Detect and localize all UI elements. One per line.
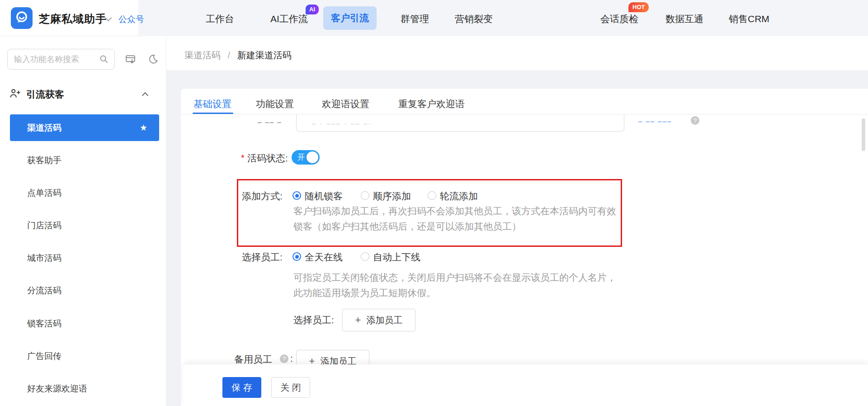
official-account-link[interactable]: 公众号 [118, 14, 144, 25]
hot-badge: HOT [628, 2, 649, 12]
tab-basic-settings[interactable]: 基础设置 [193, 98, 231, 110]
sidebar-item-channel-code[interactable]: 渠道活码 ★ [10, 114, 159, 141]
breadcrumb-current: 新建渠道活码 [237, 50, 292, 60]
save-button[interactable]: 保 存 [222, 377, 261, 398]
staff-mode-desc-line1: 可指定员工关闭轮值状态，关闭后用户扫码将不会在显示该员工的个人名片， [293, 271, 616, 284]
radio-sequential-add[interactable] [361, 191, 369, 200]
nav-item-ai-workflow[interactable]: AI工作流 [270, 13, 308, 25]
nav-item-data-exchange[interactable]: 数据互通 [665, 13, 703, 25]
staff-mode-label: 选择员工: [242, 251, 283, 264]
ai-badge: AI [306, 5, 319, 14]
chevron-up-icon [142, 92, 148, 99]
radio-always-online[interactable] [292, 252, 301, 261]
sidebar-item-friend-source-welcome[interactable]: 好友来源欢迎语 [10, 380, 159, 398]
app-logo [11, 7, 33, 29]
add-staff-button[interactable]: + 添加员工 [342, 309, 415, 331]
tab-welcome-settings[interactable]: 欢迎语设置 [322, 98, 369, 110]
required-asterisk: * [241, 153, 245, 163]
add-staff-button-label: 添加员工 [366, 314, 402, 326]
radio-auto-schedule-label[interactable]: 自动上下线 [373, 251, 420, 264]
add-method-label: 添加方式: [242, 190, 283, 203]
nav-item-chat-inspection[interactable]: 会话质检 [600, 13, 638, 25]
search-input[interactable] [14, 49, 95, 69]
nav-item-sales-crm[interactable]: 销售CRM [729, 13, 769, 25]
window-download-icon[interactable] [125, 54, 136, 67]
clipped-field-label-fragment: ‒ ‒‒ ‒ [258, 118, 282, 126]
sidebar-item-ad-callback[interactable]: 广告回传 [10, 347, 159, 365]
person-add-icon [9, 88, 21, 101]
breadcrumb: 渠道活码 / 新建渠道活码 [184, 49, 292, 61]
radio-rotation-add[interactable] [428, 191, 436, 200]
tab-function-settings[interactable]: 功能设置 [256, 98, 294, 110]
nav-item-customer-acquisition-active[interactable]: 客户引流 [323, 6, 377, 30]
brand-title: 芝麻私域助手 [39, 12, 107, 26]
backup-staff-colon: : [290, 353, 293, 364]
chat-bubble-icon [14, 9, 29, 27]
breadcrumb-parent[interactable]: 渠道活码 [184, 50, 221, 60]
plus-icon: + [355, 314, 361, 326]
tab-repeat-customer-welcome[interactable]: 重复客户欢迎语 [398, 98, 465, 110]
code-status-label: 活码状态: [247, 152, 288, 165]
add-backup-staff-button[interactable]: + 添加员工 [296, 350, 369, 364]
radio-auto-schedule[interactable] [361, 252, 369, 261]
help-icon[interactable]: ? [691, 116, 699, 125]
sidebar-item-store-code[interactable]: 门店活码 [10, 217, 159, 235]
sidebar-item-split-code[interactable]: 分流活码 [10, 282, 159, 300]
add-method-desc-line2: 锁客（如客户扫其他活码后，还是可以添加其他员工） [293, 220, 521, 233]
sidebar-group-acquisition[interactable]: 引流获客 [0, 86, 166, 102]
form-footer: 保 存 关 闭 [183, 364, 868, 406]
add-backup-staff-button-label: 添加员工 [320, 355, 356, 365]
breadcrumb-separator: / [228, 50, 231, 60]
select-staff-label: 选择员工: [293, 314, 334, 326]
close-button[interactable]: 关 闭 [271, 377, 310, 398]
sidebar: 引流获客 渠道活码 ★ 获客助手 点单活码 门店活码 城市活码 分流活码 锁客活… [0, 36, 166, 406]
clipped-link-fragment[interactable]: ‒ ‒‒ ‒‒‒ [638, 117, 672, 125]
toggle-on-text: 开 [297, 153, 305, 162]
form-card: 基础设置 功能设置 欢迎语设置 重复客户欢迎语 ‒ ‒‒ ‒ ‒ · ‒‒‒ ·… [181, 89, 868, 406]
backup-staff-help-icon[interactable]: ? [280, 354, 288, 363]
radio-random-lock-label[interactable]: 随机锁客 [305, 190, 343, 203]
search-icon[interactable] [99, 54, 109, 66]
sidebar-item-lock-code[interactable]: 锁客活码 [10, 315, 159, 333]
page: 芝麻私域助手 公众号 工作台 AI工作流 AI 客户引流 群管理 营销裂变 会话… [0, 0, 868, 406]
sidebar-item-city-code[interactable]: 城市活码 [10, 249, 159, 267]
radio-random-lock[interactable] [292, 191, 301, 200]
sidebar-item-order-code[interactable]: 点单活码 [10, 184, 159, 202]
sidebar-item-acquisition-assistant[interactable]: 获客助手 [10, 151, 159, 170]
sidebar-item-label: 渠道活码 [27, 123, 61, 132]
radio-always-online-label[interactable]: 全天在线 [305, 251, 343, 264]
radio-rotation-add-label[interactable]: 轮流添加 [440, 190, 478, 203]
moon-dark-mode-icon[interactable] [148, 54, 159, 66]
scrollbar-thumb[interactable] [862, 118, 865, 151]
nav-item-marketing-fission[interactable]: 营销裂变 [455, 13, 493, 25]
code-status-toggle-on[interactable]: 开 [292, 150, 320, 165]
sidebar-group-label: 引流获客 [26, 88, 64, 101]
add-method-desc-line1: 客户扫码添加员工后，再次扫码不会添加其他员工，该方式在本活码内可有效 [293, 205, 616, 217]
function-search-box [7, 49, 115, 70]
star-icon[interactable]: ★ [140, 114, 147, 141]
nav-item-workbench[interactable]: 工作台 [206, 13, 234, 25]
top-bar: 芝麻私域助手 公众号 工作台 AI工作流 AI 客户引流 群管理 营销裂变 会话… [0, 0, 868, 36]
radio-sequential-add-label[interactable]: 顺序添加 [373, 190, 411, 203]
staff-mode-desc-line2: 此功能适用场景为员工短期休假。 [293, 287, 436, 299]
form-scroll-area: ‒ ‒‒ ‒ ‒ · ‒‒‒ · ‒‒ ‒· ‒ ‒‒ ‒‒‒ ? * 活码状态… [181, 114, 868, 364]
toggle-knob [307, 151, 318, 163]
backup-staff-label: 备用员工 [234, 353, 272, 364]
plus-icon: + [309, 355, 315, 364]
clipped-input-text-fragment: ‒ · ‒‒‒ · ‒‒ ‒· [312, 120, 372, 127]
nav-item-group-management[interactable]: 群管理 [401, 13, 429, 25]
